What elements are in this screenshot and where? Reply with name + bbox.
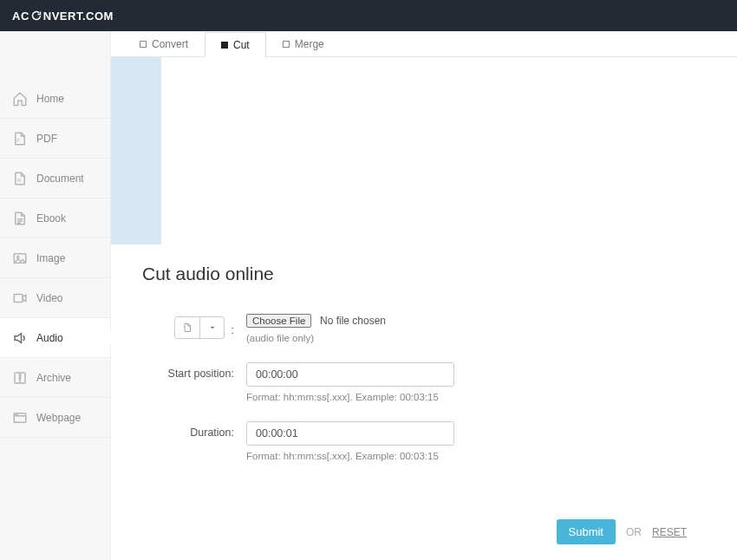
chevron-down-icon bbox=[199, 317, 224, 338]
file-colon: : bbox=[232, 324, 234, 336]
sidebar-item-home[interactable]: Home bbox=[0, 79, 110, 119]
sidebar: Home P PDF W Document Ebook Image bbox=[0, 31, 111, 560]
source-toggle[interactable] bbox=[174, 316, 225, 339]
file-hint: (audio file only) bbox=[246, 333, 610, 343]
ebook-icon bbox=[12, 211, 28, 226]
sidebar-item-webpage[interactable]: Webpage bbox=[0, 398, 110, 438]
sidebar-item-ebook[interactable]: Ebook bbox=[0, 199, 110, 238]
svg-text:P: P bbox=[16, 137, 20, 142]
archive-icon bbox=[12, 370, 28, 386]
tabs: Convert Cut Merge bbox=[111, 31, 737, 57]
svg-rect-4 bbox=[14, 294, 23, 302]
svg-point-8 bbox=[17, 413, 18, 414]
tab-convert[interactable]: Convert bbox=[123, 31, 205, 56]
sidebar-item-label: Document bbox=[36, 173, 84, 185]
brand-pre: AC bbox=[12, 10, 29, 23]
square-icon bbox=[283, 41, 290, 48]
topbar: AC NVERT.COM bbox=[0, 0, 737, 31]
tab-merge[interactable]: Merge bbox=[266, 31, 341, 56]
ad-banner bbox=[111, 57, 737, 244]
start-label: Start position: bbox=[142, 362, 246, 402]
tab-label: Cut bbox=[233, 39, 250, 51]
brand-post: NVERT.COM bbox=[43, 10, 114, 23]
sidebar-item-label: Ebook bbox=[36, 212, 66, 225]
sidebar-item-image[interactable]: Image bbox=[0, 238, 110, 278]
sidebar-item-archive[interactable]: Archive bbox=[0, 358, 110, 398]
file-icon bbox=[175, 317, 199, 338]
page-title: Cut audio online bbox=[142, 264, 706, 284]
square-icon bbox=[140, 41, 147, 48]
sidebar-item-pdf[interactable]: P PDF bbox=[0, 119, 110, 159]
sidebar-item-label: Audio bbox=[36, 332, 63, 344]
sidebar-item-label: Archive bbox=[36, 372, 71, 384]
or-text: OR bbox=[626, 526, 642, 538]
video-icon bbox=[12, 290, 28, 306]
tab-cut[interactable]: Cut bbox=[205, 32, 266, 57]
sidebar-item-video[interactable]: Video bbox=[0, 278, 110, 318]
duration-hint: Format: hh:mm:ss[.xxx]. Example: 00:03:1… bbox=[246, 451, 610, 461]
home-icon bbox=[12, 91, 28, 107]
duration-input[interactable] bbox=[246, 421, 454, 446]
svg-point-7 bbox=[16, 413, 16, 414]
tab-label: Convert bbox=[152, 38, 188, 50]
footer-actions: Submit OR RESET bbox=[557, 519, 687, 544]
duration-label: Duration: bbox=[142, 421, 246, 461]
sidebar-item-label: Image bbox=[36, 252, 65, 264]
sidebar-item-label: Webpage bbox=[36, 412, 81, 424]
square-icon bbox=[221, 42, 228, 49]
svg-point-3 bbox=[17, 256, 19, 257]
reset-link[interactable]: RESET bbox=[652, 526, 687, 538]
choose-file-button[interactable]: Choose File bbox=[246, 314, 311, 328]
audio-icon bbox=[12, 330, 28, 346]
tab-label: Merge bbox=[295, 38, 324, 50]
sidebar-item-audio[interactable]: Audio bbox=[0, 318, 110, 358]
sidebar-item-label: PDF bbox=[36, 133, 57, 145]
webpage-icon bbox=[12, 410, 28, 426]
start-input[interactable] bbox=[246, 362, 454, 387]
image-icon bbox=[12, 251, 28, 266]
sidebar-item-label: Video bbox=[36, 292, 62, 304]
svg-text:W: W bbox=[16, 177, 21, 182]
file-status: No file chosen bbox=[320, 315, 386, 327]
sidebar-item-document[interactable]: W Document bbox=[0, 159, 110, 199]
start-hint: Format: hh:mm:ss[.xxx]. Example: 00:03:1… bbox=[246, 392, 610, 402]
pdf-icon: P bbox=[12, 131, 28, 147]
document-icon: W bbox=[12, 171, 28, 186]
sidebar-item-label: Home bbox=[36, 93, 64, 105]
refresh-icon bbox=[30, 10, 42, 21]
submit-button[interactable]: Submit bbox=[557, 519, 616, 544]
